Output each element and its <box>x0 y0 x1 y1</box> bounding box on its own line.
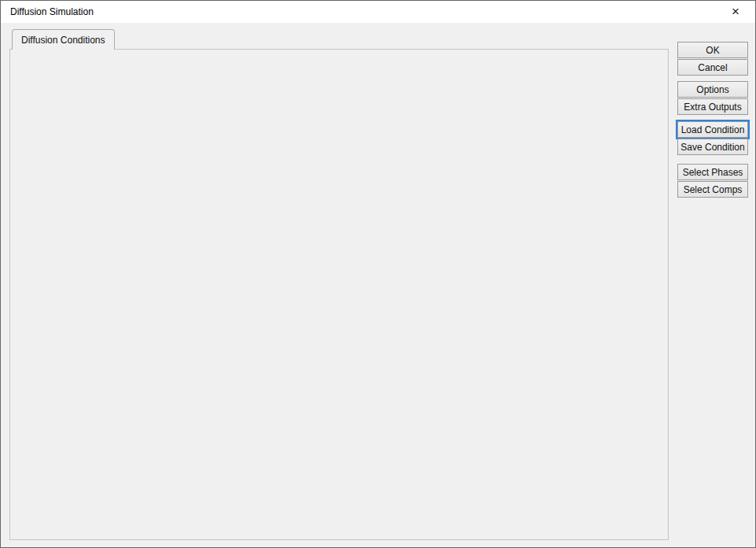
load-condition-button[interactable]: Load Condition <box>677 121 748 138</box>
close-button[interactable]: × <box>722 3 749 20</box>
close-icon: × <box>732 4 739 20</box>
tab-diffusion-conditions[interactable]: Diffusion Conditions <box>12 29 115 50</box>
options-button[interactable]: Options <box>677 81 748 98</box>
window-title: Diffusion Simulation <box>10 6 94 17</box>
tab-page <box>9 49 669 540</box>
tab-label: Diffusion Conditions <box>21 35 105 46</box>
diffusion-simulation-dialog: Diffusion Simulation × Diffusion Conditi… <box>0 0 756 548</box>
select-phases-button-side[interactable]: Select Phases <box>677 164 748 180</box>
extra-outputs-button[interactable]: Extra Outputs <box>677 98 748 115</box>
ok-button[interactable]: OK <box>677 42 748 58</box>
cancel-button[interactable]: Cancel <box>677 59 748 76</box>
titlebar: Diffusion Simulation × <box>1 1 755 23</box>
save-condition-button[interactable]: Save Condition <box>677 139 748 155</box>
select-comps-button[interactable]: Select Comps <box>677 181 748 198</box>
